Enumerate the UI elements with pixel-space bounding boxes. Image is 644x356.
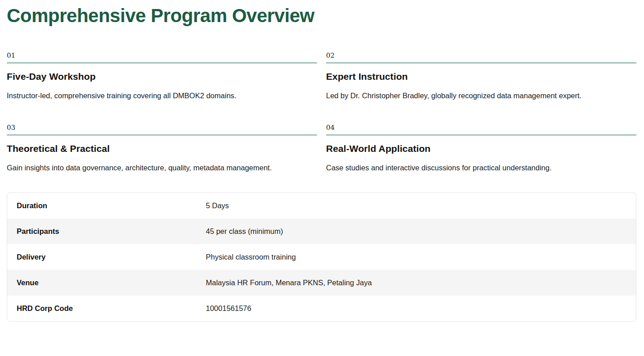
feature-description: Led by Dr. Christopher Bradley, globally…	[326, 88, 592, 103]
row-label: HRD Corp Code	[7, 304, 206, 313]
feature-number: 01	[7, 51, 317, 62]
feature-divider	[7, 62, 317, 64]
table-row-venue: Venue Malaysia HR Forum, Menara PKNS, Pe…	[7, 270, 636, 296]
feature-title: Five-Day Workshop	[7, 71, 317, 82]
feature-description: Instructor-led, comprehensive training c…	[7, 88, 272, 103]
feature-title: Expert Instruction	[326, 71, 636, 82]
program-details-table: Duration 5 Days Participants 45 per clas…	[7, 192, 636, 322]
feature-number: 04	[326, 123, 636, 134]
row-label: Duration	[7, 201, 206, 210]
page-title: Comprehensive Program Overview	[7, 5, 636, 27]
row-value: 5 Days	[206, 201, 229, 210]
program-overview-page: Comprehensive Program Overview 01 Five-D…	[0, 0, 644, 322]
table-row-delivery: Delivery Physical classroom training	[7, 244, 636, 270]
row-label: Venue	[7, 278, 206, 287]
feature-divider	[7, 134, 317, 136]
row-value: 10001561576	[206, 304, 251, 313]
feature-divider	[326, 134, 636, 136]
feature-number: 02	[326, 51, 636, 62]
row-value: Malaysia HR Forum, Menara PKNS, Petaling…	[206, 278, 372, 287]
feature-number: 03	[7, 123, 317, 134]
row-label: Delivery	[7, 253, 206, 261]
feature-card-02: 02 Expert Instruction Led by Dr. Christo…	[326, 51, 636, 103]
row-value: Physical classroom training	[206, 253, 296, 261]
row-label: Participants	[7, 227, 206, 236]
feature-card-04: 04 Real-World Application Case studies a…	[326, 123, 636, 175]
feature-divider	[326, 62, 636, 64]
table-row-duration: Duration 5 Days	[7, 193, 636, 219]
table-row-participants: Participants 45 per class (minimum)	[7, 219, 636, 244]
table-row-hrd-corp-code: HRD Corp Code 10001561576	[7, 296, 636, 321]
feature-title: Real-World Application	[326, 143, 636, 154]
features-grid: 01 Five-Day Workshop Instructor-led, com…	[7, 51, 636, 175]
row-value: 45 per class (minimum)	[206, 227, 283, 236]
feature-description: Gain insights into data governance, arch…	[7, 160, 272, 175]
feature-title: Theoretical & Practical	[7, 143, 317, 154]
feature-card-01: 01 Five-Day Workshop Instructor-led, com…	[7, 51, 317, 103]
feature-description: Case studies and interactive discussions…	[326, 160, 592, 175]
feature-card-03: 03 Theoretical & Practical Gain insights…	[7, 123, 317, 175]
